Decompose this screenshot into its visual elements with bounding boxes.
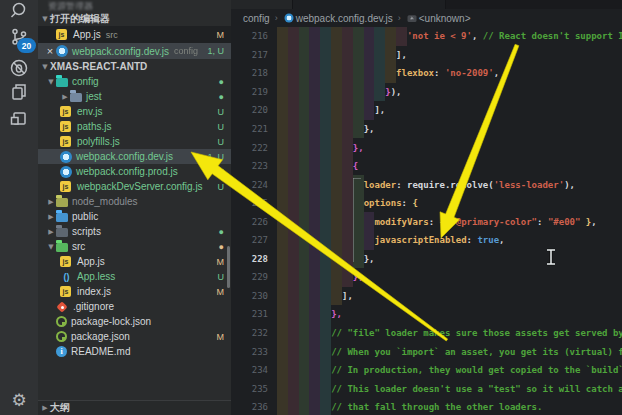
open-editors-header[interactable]: ▼ 打开的编辑器	[38, 11, 231, 26]
tree-item-webpack.config.prod.js[interactable]: webpack.config.prod.jsU	[38, 164, 231, 179]
breadcrumb-item[interactable]: ✳<unknown>	[406, 13, 471, 24]
tree-item-.gitignore[interactable]: .gitignore	[38, 299, 231, 314]
code-line[interactable]: 222},	[231, 138, 622, 157]
code-line[interactable]: 221},	[231, 120, 622, 139]
tree-item-App.js[interactable]: jsApp.jsM	[38, 254, 231, 269]
outline-section[interactable]: ▶ 大纲	[38, 400, 231, 415]
tree-item-package-lock.json[interactable]: package-lock.json	[38, 314, 231, 329]
code-line[interactable]: 231},	[231, 305, 622, 324]
tree-item-label: webpackDevServer.config.js	[77, 181, 203, 192]
project-header[interactable]: ▼ XMAS-REACT-ANTD	[38, 59, 231, 74]
code-line[interactable]: 235// This loader doesn't use a "test" s…	[231, 379, 622, 398]
indent-guides	[277, 46, 396, 65]
code-token: :	[402, 198, 413, 208]
code-line[interactable]: 229},	[231, 268, 622, 287]
indent-guides	[277, 194, 364, 213]
sidebar-scrollbar[interactable]	[227, 246, 230, 288]
code-line[interactable]: 227javascriptEnabled: true,	[231, 231, 622, 250]
code-line[interactable]: 218flexbox: 'no-2009',	[231, 64, 622, 83]
tree-item-label: README.md	[71, 346, 130, 357]
line-number: 223	[231, 161, 277, 171]
settings-gear-icon[interactable]: ⚙	[0, 390, 38, 410]
code-line[interactable]: 220],	[231, 101, 622, 120]
chevron-right-icon[interactable]: ▶	[60, 93, 70, 101]
tree-item-package.json[interactable]: package.jsonM	[38, 329, 231, 344]
breadcrumb-item[interactable]: config	[243, 13, 270, 24]
tree-item-config[interactable]: ▼config●	[38, 74, 231, 89]
chevron-down-icon[interactable]: ▼	[46, 243, 56, 251]
indent-block	[309, 398, 320, 415]
extensions-icon[interactable]	[0, 103, 38, 133]
code-line[interactable]: 233// When you `import` an asset, you ge…	[231, 342, 622, 361]
code-line[interactable]: 225options: {	[231, 194, 622, 213]
code-token: : require.resolve(	[396, 180, 494, 190]
code-line[interactable]: 219}),	[231, 83, 622, 102]
code-line[interactable]: 217],	[231, 46, 622, 65]
breadcrumb: config›webpack.config.dev.js›✳<unknown>	[231, 9, 622, 27]
code-line[interactable]: 230],	[231, 287, 622, 306]
tree-item-public[interactable]: ▶public	[38, 209, 231, 224]
indent-block	[309, 361, 320, 380]
tree-item-jest[interactable]: ▶jest●	[38, 89, 231, 104]
tree-item-label: .gitignore	[73, 301, 114, 312]
tree-item-paths.js[interactable]: jspaths.jsU	[38, 119, 231, 134]
indent-block	[309, 27, 320, 46]
code-line[interactable]: 216'not ie < 9', // React doesn't suppor…	[231, 27, 622, 46]
open-editor-item[interactable]: ×webpack.config.dev.jsconfig1, U	[38, 43, 231, 59]
tree-item-README.md[interactable]: iREADME.md	[38, 344, 231, 359]
tree-item-label: index.js	[77, 286, 111, 297]
tree-item-scripts[interactable]: ▶scripts●	[38, 224, 231, 239]
tree-item-index.js[interactable]: jsindex.jsM	[38, 284, 231, 299]
code-token: "@primary-color"	[450, 217, 537, 227]
tree-item-App.less[interactable]: ()App.lessU	[38, 269, 231, 284]
indent-block	[309, 212, 320, 231]
indent-block	[331, 231, 342, 250]
tree-item-src[interactable]: ▼src●	[38, 239, 231, 254]
indent-block	[320, 83, 331, 102]
close-icon[interactable]: ×	[44, 46, 56, 56]
code-line[interactable]: 228},	[231, 250, 622, 269]
indent-block	[320, 361, 331, 380]
code-token: // In production, they would get copied …	[331, 365, 622, 375]
indent-block	[309, 120, 320, 139]
breadcrumb-label: webpack.config.dev.js	[296, 13, 393, 24]
code-token: ],	[342, 291, 353, 301]
code-line[interactable]: 224loader: require.resolve('less-loader'…	[231, 175, 622, 194]
tree-item-polyfills.js[interactable]: jspolyfills.jsU	[38, 134, 231, 149]
chevron-right-icon[interactable]: ▶	[46, 228, 56, 236]
open-editor-item[interactable]: jsApp.jssrcM	[38, 26, 231, 43]
code-area[interactable]: 216'not ie < 9', // React doesn't suppor…	[231, 27, 622, 415]
indent-block	[309, 342, 320, 361]
tree-item-webpack.config.dev.js[interactable]: webpack.config.dev.js1, U	[38, 149, 231, 164]
code-line[interactable]: 223{	[231, 157, 622, 176]
source-control-icon[interactable]: 20	[0, 22, 38, 52]
tree-item-node_modules[interactable]: ▶node_modules	[38, 194, 231, 209]
indent-block	[309, 157, 320, 176]
code-line[interactable]: 234// In production, they would get copi…	[231, 361, 622, 380]
indent-block	[385, 27, 396, 46]
code-line[interactable]: 226modifyVars: { "@primary-color": "#e00…	[231, 212, 622, 231]
breadcrumb-item[interactable]: webpack.config.dev.js	[283, 12, 393, 24]
chevron-right-icon[interactable]: ▶	[46, 198, 56, 206]
indent-block	[320, 120, 331, 139]
tab-App.js[interactable]: jsApp.js	[231, 0, 293, 9]
indent-block	[277, 250, 288, 269]
tree-item-webpackDevServer.config.js[interactable]: jswebpackDevServer.config.jsU	[38, 179, 231, 194]
tree-item-label: config	[72, 76, 99, 87]
code-line[interactable]: 236// that fall through the other loader…	[231, 398, 622, 415]
code-token: },	[364, 124, 375, 134]
indent-block	[342, 231, 353, 250]
indent-guides	[277, 120, 364, 139]
tree-item-env.js[interactable]: jsenv.jsU	[38, 104, 231, 119]
js-file-icon: js	[60, 136, 71, 147]
code-token: // This loader doesn't use a "test" so i…	[331, 384, 622, 394]
indent-block	[320, 342, 331, 361]
code-line[interactable]: 232// "file" loader makes sure those ass…	[231, 324, 622, 343]
line-number: 227	[231, 235, 277, 245]
open-editor-desc: config	[174, 46, 198, 56]
tab-webpack.config.dev.js[interactable]: webpack.config.dev.js×	[293, 0, 446, 9]
chevron-down-icon[interactable]: ▼	[46, 78, 56, 86]
js-file-icon: js	[56, 29, 67, 40]
code-token: flexbox	[396, 68, 434, 78]
chevron-right-icon[interactable]: ▶	[46, 213, 56, 221]
